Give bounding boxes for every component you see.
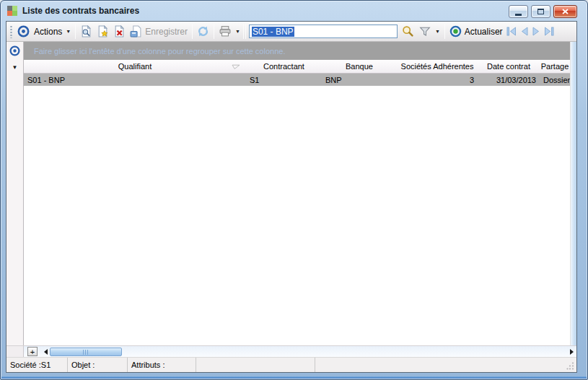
column-header-date-contrat[interactable]: Date contrat <box>478 60 540 73</box>
maximize-button[interactable] <box>531 5 550 18</box>
cell-societes-adherentes: 3 <box>397 74 478 86</box>
first-record-icon <box>506 27 517 36</box>
refresh-data-button[interactable] <box>195 24 211 39</box>
filter-button[interactable]: ▼ <box>416 24 442 39</box>
cell-contractant: S1 <box>246 74 322 86</box>
save-button[interactable]: Enregistrer <box>128 24 190 39</box>
bullseye-icon <box>17 25 30 37</box>
column-header-societes-adherentes[interactable]: Sociétés Adhérentes <box>397 60 478 73</box>
filter-input[interactable]: S01 - BNP <box>249 25 398 38</box>
column-header-banque[interactable]: Banque <box>322 60 397 73</box>
chevron-down-icon: ▼ <box>435 29 440 34</box>
chevron-down-icon: ▼ <box>235 29 240 34</box>
column-header-label: Sociétés Adhérentes <box>401 62 474 71</box>
grid-options-dropdown[interactable]: ▼ <box>12 65 18 71</box>
titlebar[interactable]: Liste des contrats bancaires <box>1 1 587 20</box>
document-search-icon <box>80 25 92 37</box>
group-by-hint: Faire glisser ici l'entête d'une colonne… <box>34 47 285 56</box>
status-panel-empty <box>196 358 315 372</box>
status-panel-attributs: Attributs : <box>128 358 196 372</box>
maximize-icon <box>537 9 544 14</box>
refresh-arrows-icon <box>197 25 209 37</box>
save-label: Enregistrer <box>145 27 188 37</box>
close-button[interactable] <box>553 5 577 18</box>
group-by-bar[interactable]: Faire glisser ici l'entête d'une colonne… <box>24 42 570 60</box>
column-header-contractant[interactable]: Contractant <box>246 60 322 73</box>
toolbar-grip[interactable] <box>10 25 12 38</box>
scrollbar-corner-spacer <box>6 346 24 357</box>
nav-next-button[interactable] <box>530 25 543 37</box>
toolbar-separator <box>245 24 246 39</box>
sort-icon <box>231 64 240 70</box>
nav-last-button[interactable] <box>543 25 556 37</box>
print-button[interactable]: ▼ <box>216 24 242 39</box>
refresh-label: Actualiser <box>465 27 503 37</box>
new-item-button[interactable] <box>95 24 111 39</box>
minimize-icon <box>515 14 522 16</box>
close-icon <box>562 9 569 14</box>
horizontal-scrollbar: + <box>6 345 576 357</box>
vertical-scrollbar[interactable] <box>570 42 576 345</box>
column-header-qualifiant[interactable]: Qualifiant <box>24 60 246 73</box>
toolbar-separator <box>192 24 193 39</box>
row-indicator-panel: ▼ <box>6 42 24 345</box>
actions-label: Actions <box>34 27 62 37</box>
app-window: Liste des contrats bancaires Actions ▼ <box>0 0 588 380</box>
status-panel-empty <box>315 358 576 372</box>
nav-first-button[interactable] <box>505 25 518 37</box>
search-button[interactable] <box>400 24 416 39</box>
scroll-left-arrow[interactable] <box>44 349 48 355</box>
filter-input-value: S01 - BNP <box>252 27 294 37</box>
status-objet-text: Objet : <box>71 361 95 369</box>
cell-partage: Dossier <box>540 74 570 86</box>
window-controls <box>509 5 577 18</box>
toolbar: Actions ▼ Enregistrer <box>6 22 576 42</box>
status-bar: Société :S1 Objet : Attributs : <box>6 357 576 372</box>
grid-area: ▼ Faire glisser ici l'entête d'une colon… <box>6 42 576 345</box>
bullseye-icon <box>9 45 20 56</box>
column-header-label: Qualifiant <box>118 62 152 71</box>
column-header-label: Date contrat <box>487 62 530 71</box>
scrollbar-track[interactable] <box>122 346 570 357</box>
cell-date-contrat: 31/03/2013 <box>478 74 540 86</box>
app-icon <box>7 6 17 16</box>
window-title: Liste des contrats bancaires <box>22 6 139 16</box>
document-star-icon <box>97 25 109 37</box>
column-header-partage[interactable]: Partage <box>540 60 570 73</box>
status-societe-text: Société :S1 <box>10 361 51 369</box>
delete-button[interactable] <box>111 24 128 39</box>
search-icon <box>402 25 414 37</box>
filter-funnel-icon <box>418 25 431 37</box>
table-row[interactable]: S01 - BNP S1 BNP 3 31/03/2013 Dossier <box>24 74 570 86</box>
previous-record-icon <box>519 27 529 36</box>
status-panel-objet: Objet : <box>68 358 128 372</box>
toolbar-separator <box>214 24 214 39</box>
data-grid: Faire glisser ici l'entête d'une colonne… <box>24 42 570 345</box>
grid-empty-space <box>24 86 570 345</box>
actions-button[interactable]: Actions ▼ <box>32 25 73 38</box>
cell-banque: BNP <box>322 74 397 86</box>
scroll-right-arrow[interactable] <box>570 349 574 355</box>
nav-previous-button[interactable] <box>518 25 530 37</box>
bullseye-button[interactable] <box>15 24 32 39</box>
scrollbar-thumb[interactable] <box>50 348 122 356</box>
minimize-button[interactable] <box>509 5 528 18</box>
column-header-label: Banque <box>346 62 373 71</box>
toolbar-separator <box>444 24 445 39</box>
status-panel-societe: Société :S1 <box>6 358 68 372</box>
last-record-icon <box>544 27 554 36</box>
toolbar-separator <box>243 24 244 39</box>
resize-grip[interactable] <box>566 362 574 370</box>
add-row-button[interactable]: + <box>27 347 38 356</box>
printer-icon <box>219 25 232 37</box>
window-bottom-border <box>1 376 587 379</box>
view-details-button[interactable] <box>78 24 95 39</box>
refresh-button[interactable]: Actualiser <box>447 24 505 39</box>
document-delete-icon <box>113 25 126 37</box>
actualiser-icon <box>449 25 462 37</box>
grid-header-row: Qualifiant Contractant Banque Sociétés A… <box>24 60 570 74</box>
toolbar-separator <box>75 24 76 39</box>
status-attributs-text: Attributs : <box>131 361 164 369</box>
next-record-icon <box>532 27 541 36</box>
cell-qualifiant: S01 - BNP <box>24 74 246 86</box>
